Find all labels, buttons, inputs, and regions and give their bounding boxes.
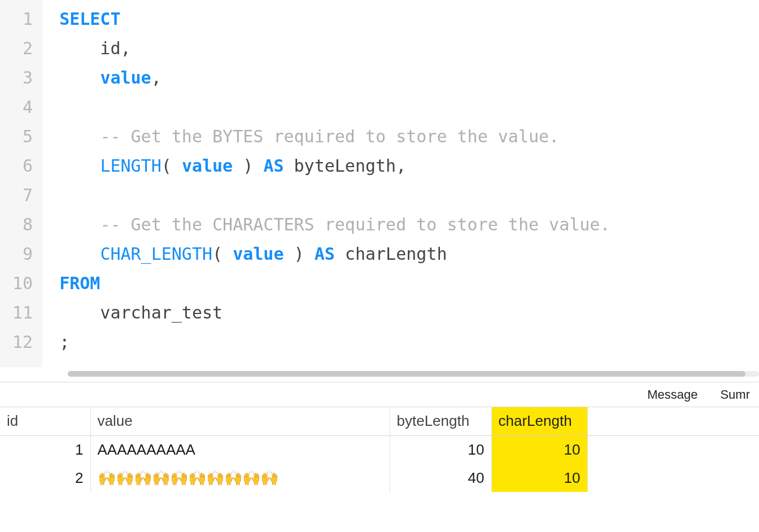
results-tab-bar: Message Sumr (0, 382, 759, 407)
column-header-id[interactable]: id (0, 407, 90, 435)
horizontal-scrollbar[interactable] (68, 369, 759, 378)
code-editor[interactable]: 123456789101112 SELECT id, value, -- Get… (0, 0, 759, 378)
cell-bytelength[interactable]: 40 (390, 464, 491, 492)
code-line[interactable]: FROM (59, 269, 759, 298)
column-header-charlength[interactable]: charLength (491, 407, 587, 435)
sql-editor-app: 123456789101112 SELECT id, value, -- Get… (0, 0, 759, 532)
line-number: 1 (12, 5, 33, 34)
line-number: 10 (12, 269, 33, 298)
results-table: id value byteLength charLength 1AAAAAAAA… (0, 407, 759, 492)
results-header-row: id value byteLength charLength (0, 407, 759, 435)
scrollbar-track (68, 371, 759, 377)
cell-id[interactable]: 1 (0, 435, 90, 464)
code-content[interactable]: SELECT id, value, -- Get the BYTES requi… (42, 0, 759, 367)
cell-charlength[interactable]: 10 (491, 435, 587, 464)
code-line[interactable]: varchar_test (59, 298, 759, 328)
line-number: 12 (12, 328, 33, 357)
cell-id[interactable]: 2 (0, 464, 90, 492)
line-number: 6 (12, 151, 33, 181)
code-line[interactable] (59, 181, 759, 210)
cell-value[interactable]: 🙌🙌🙌🙌🙌🙌🙌🙌🙌🙌 (90, 464, 390, 492)
code-lines: 123456789101112 SELECT id, value, -- Get… (0, 0, 759, 367)
code-line[interactable]: ; (59, 328, 759, 357)
table-row[interactable]: 2🙌🙌🙌🙌🙌🙌🙌🙌🙌🙌4010 (0, 464, 759, 492)
tab-summary[interactable]: Sumr (717, 387, 753, 402)
line-number: 3 (12, 63, 33, 93)
line-number: 8 (12, 210, 33, 239)
code-line[interactable]: id, (59, 34, 759, 63)
code-line[interactable]: value, (59, 63, 759, 93)
code-line[interactable] (59, 93, 759, 122)
cell-padding (587, 435, 759, 464)
line-number: 2 (12, 34, 33, 63)
cell-padding (587, 464, 759, 492)
code-line[interactable]: SELECT (59, 5, 759, 34)
tab-message[interactable]: Message (644, 387, 701, 402)
cell-value[interactable]: AAAAAAAAAA (90, 435, 390, 464)
results-pane: id value byteLength charLength 1AAAAAAAA… (0, 407, 759, 532)
scrollbar-thumb[interactable] (68, 371, 745, 377)
line-number: 5 (12, 122, 33, 151)
line-number-gutter: 123456789101112 (0, 0, 42, 367)
cell-bytelength[interactable]: 10 (390, 435, 491, 464)
column-header-bytelength[interactable]: byteLength (390, 407, 491, 435)
table-row[interactable]: 1AAAAAAAAAA1010 (0, 435, 759, 464)
code-line[interactable]: -- Get the BYTES required to store the v… (59, 122, 759, 151)
line-number: 7 (12, 181, 33, 210)
line-number: 9 (12, 239, 33, 269)
code-line[interactable]: LENGTH( value ) AS byteLength, (59, 151, 759, 181)
cell-charlength[interactable]: 10 (491, 464, 587, 492)
column-header-padding (587, 407, 759, 435)
code-line[interactable]: CHAR_LENGTH( value ) AS charLength (59, 239, 759, 269)
line-number: 11 (12, 298, 33, 328)
column-header-value[interactable]: value (90, 407, 390, 435)
line-number: 4 (12, 93, 33, 122)
code-line[interactable]: -- Get the CHARACTERS required to store … (59, 210, 759, 239)
